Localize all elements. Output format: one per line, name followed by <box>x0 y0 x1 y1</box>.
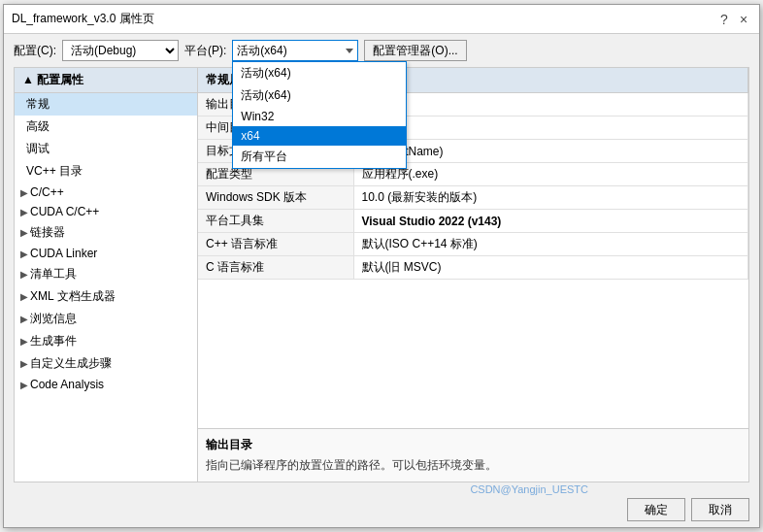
table-row: C++ 语言标准 默认(ISO C++14 标准) <box>198 233 748 256</box>
tree-group-cuda-cpp-label: CUDA C/C++ <box>30 205 99 218</box>
manifest-chevron-icon: ▶ <box>20 269 28 280</box>
desc-text: 指向已编译程序的放置位置的路径。可以包括环境变量。 <box>206 457 741 474</box>
tree-group-custom-build-label: 自定义生成步骤 <box>30 355 112 372</box>
platform-selected-value: 活动(x64) <box>237 43 286 59</box>
close-button[interactable]: × <box>736 12 751 27</box>
dialog-title: DL_framework_v3.0 属性页 <box>12 11 154 27</box>
tree-group-linker-label: 链接器 <box>30 224 65 241</box>
description-area: 输出目录 指向已编译程序的放置位置的路径。可以包括环境变量。 <box>198 428 748 482</box>
tree-group-cuda-linker[interactable]: ▶ CUDA Linker <box>15 244 197 263</box>
table-row: C 语言标准 默认(旧 MSVC) <box>198 256 748 280</box>
cpp-chevron-icon: ▶ <box>20 187 28 198</box>
prop-name-c-standard: C 语言标准 <box>198 256 353 280</box>
tree-group-custom-build[interactable]: ▶ 自定义生成步骤 <box>15 352 197 375</box>
config-props-label: ▲ 配置属性 <box>22 72 83 88</box>
platform-option-win32[interactable]: Win32 <box>233 107 406 126</box>
main-dialog: DL_framework_v3.0 属性页 ? × 配置(C): 活动(Debu… <box>3 4 760 528</box>
tree-group-code-analysis-label: Code Analysis <box>30 378 104 391</box>
table-row: Windows SDK 版本 10.0 (最新安装的版本) <box>198 186 748 210</box>
footer: 确定 取消 <box>4 492 759 527</box>
code-analysis-chevron-icon: ▶ <box>20 380 28 390</box>
title-bar: DL_framework_v3.0 属性页 ? × <box>4 5 759 34</box>
config-manager-button[interactable]: 配置管理器(O)... <box>364 40 466 61</box>
prop-value-target-name[interactable]: $(ProjectName) <box>353 140 748 163</box>
tree-group-browse[interactable]: ▶ 浏览信息 <box>15 308 197 330</box>
platform-dropdown-container: 活动(x64) 活动(x64) 活动(x64) Win32 x64 所有平台 <box>232 40 358 61</box>
desc-title: 输出目录 <box>206 437 741 453</box>
prop-value-toolset[interactable]: Visual Studio 2022 (v143) <box>353 210 748 233</box>
tree-group-manifest-label: 清单工具 <box>30 266 77 283</box>
col-header-value <box>353 68 748 93</box>
tree-item-general[interactable]: 常规 <box>15 93 197 116</box>
platform-option-x64[interactable]: x64 <box>233 126 406 146</box>
tree-group-linker[interactable]: ▶ 链接器 <box>15 221 197 244</box>
custom-build-chevron-icon: ▶ <box>20 358 28 369</box>
prop-name-sdk-version: Windows SDK 版本 <box>198 186 353 210</box>
prop-name-cpp-standard: C++ 语言标准 <box>198 233 353 256</box>
prop-value-output-dir[interactable]: ration)\ <box>353 93 748 116</box>
prop-value-cpp-standard[interactable]: 默认(ISO C++14 标准) <box>353 233 748 256</box>
title-controls: ? × <box>716 12 751 27</box>
platform-select[interactable]: 活动(x64) <box>232 40 358 61</box>
prop-name-toolset: 平台工具集 <box>198 210 353 233</box>
linker-chevron-icon: ▶ <box>20 227 28 238</box>
browse-chevron-icon: ▶ <box>20 314 28 324</box>
build-events-chevron-icon: ▶ <box>20 336 28 347</box>
tree-group-cuda-linker-label: CUDA Linker <box>30 247 97 260</box>
left-panel: ▲ 配置属性 常规 高级 调试 VC++ 目录 ▶ C/C++ ▶ CUDA C… <box>14 67 198 482</box>
ok-button[interactable]: 确定 <box>627 498 685 521</box>
prop-value-intermediate-dir[interactable] <box>353 116 748 140</box>
tree-group-cpp[interactable]: ▶ C/C++ <box>15 183 197 202</box>
platform-label: 平台(P): <box>184 43 226 59</box>
cancel-button[interactable]: 取消 <box>691 498 749 521</box>
xml-chevron-icon: ▶ <box>20 291 28 302</box>
config-label: 配置(C): <box>14 43 56 59</box>
prop-value-sdk-version[interactable]: 10.0 (最新安装的版本) <box>353 186 748 210</box>
tree-group-manifest[interactable]: ▶ 清单工具 <box>15 263 197 285</box>
cuda-cpp-chevron-icon: ▶ <box>20 207 28 217</box>
config-props-header: ▲ 配置属性 <box>15 68 197 93</box>
tree-group-cuda-cpp[interactable]: ▶ CUDA C/C++ <box>15 202 197 221</box>
platform-option-all[interactable]: 所有平台 <box>233 146 406 168</box>
prop-value-config-type[interactable]: 应用程序(.exe) <box>353 163 748 186</box>
tree-item-debug[interactable]: 调试 <box>15 138 197 160</box>
platform-dropdown-menu: 活动(x64) 活动(x64) Win32 x64 所有平台 <box>232 61 407 169</box>
platform-option-active-x64-2[interactable]: 活动(x64) <box>233 84 406 107</box>
platform-caret-icon <box>346 49 353 53</box>
prop-value-c-standard[interactable]: 默认(旧 MSVC) <box>353 256 748 280</box>
platform-option-active-x64[interactable]: 活动(x64) <box>233 62 406 84</box>
tree-group-browse-label: 浏览信息 <box>30 311 77 327</box>
tree-item-advanced[interactable]: 高级 <box>15 116 197 138</box>
tree-group-build-events[interactable]: ▶ 生成事件 <box>15 330 197 352</box>
tree-item-vc-dirs[interactable]: VC++ 目录 <box>15 160 197 183</box>
table-row: 平台工具集 Visual Studio 2022 (v143) <box>198 210 748 233</box>
tree-group-code-analysis[interactable]: ▶ Code Analysis <box>15 375 197 394</box>
tree-group-build-events-label: 生成事件 <box>30 333 77 349</box>
tree-group-xml-label: XML 文档生成器 <box>30 288 116 305</box>
help-button[interactable]: ? <box>716 12 732 27</box>
tree-group-xml[interactable]: ▶ XML 文档生成器 <box>15 285 197 308</box>
toolbar: 配置(C): 活动(Debug) 平台(P): 活动(x64) 活动(x64) … <box>4 34 759 67</box>
config-select[interactable]: 活动(Debug) <box>62 40 179 61</box>
cuda-linker-chevron-icon: ▶ <box>20 249 28 259</box>
tree-group-cpp-label: C/C++ <box>30 185 64 199</box>
